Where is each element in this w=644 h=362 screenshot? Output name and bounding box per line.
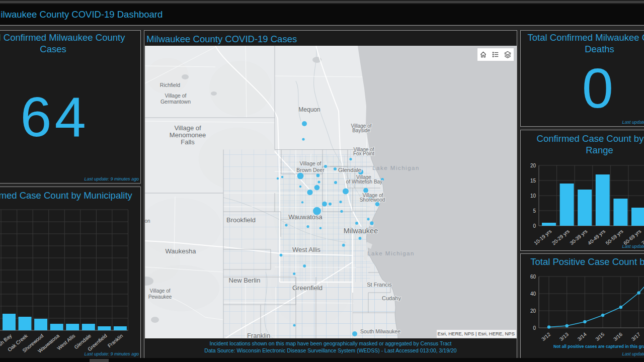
svg-text:Fox Point: Fox Point [353,151,374,156]
svg-text:Franklin: Franklin [247,332,270,338]
svg-text:Brown Deer: Brown Deer [296,167,325,173]
svg-text:5: 5 [533,208,536,214]
svg-text:15: 15 [530,178,536,184]
svg-text:3/14: 3/14 [577,331,588,342]
svg-text:20-29 yrs: 20-29 yrs [551,228,571,246]
svg-text:0: 0 [533,223,536,229]
svg-text:10: 10 [530,193,536,199]
svg-text:50-59 yrs: 50-59 yrs [605,228,624,246]
svg-text:Germantown: Germantown [160,99,191,105]
svg-text:Greenfield: Greenfield [292,284,323,292]
svg-text:3/16: 3/16 [612,331,623,342]
svg-text:Village of: Village of [165,93,186,99]
svg-text:3/13: 3/13 [558,331,570,342]
svg-text:20: 20 [530,163,536,168]
svg-text:3/12: 3/12 [540,331,551,342]
svg-text:Glendale: Glendale [338,167,361,173]
svg-text:Mequon: Mequon [298,106,320,113]
svg-text:Bayside: Bayside [352,128,370,133]
svg-text:3/15: 3/15 [594,331,605,342]
svg-text:Lake Michigan: Lake Michigan [372,165,420,171]
svg-text:Cudahy: Cudahy [382,295,401,301]
svg-text:Richfield: Richfield [160,82,180,88]
svg-text:40: 40 [530,291,536,297]
svg-text:Wauwatosa: Wauwatosa [288,213,323,221]
svg-text:60: 60 [530,274,536,280]
svg-text:Milwaukee: Milwaukee [344,227,378,235]
svg-text:20: 20 [530,308,536,314]
svg-text:30-39 yrs: 30-39 yrs [569,228,588,246]
svg-text:Menomonee: Menomonee [170,131,206,139]
svg-text:Franklin: Franklin [107,333,124,348]
svg-text:Pewaukee: Pewaukee [148,294,172,300]
svg-text:South Milwaukee: South Milwaukee [360,328,400,334]
svg-text:3/17: 3/17 [630,331,641,342]
svg-text:St Francis: St Francis [367,282,392,288]
svg-text:10-19 yrs: 10-19 yrs [533,228,552,246]
svg-text:West Allis: West Allis [292,246,321,253]
svg-text:on: on [145,218,150,224]
svg-text:Village of: Village of [150,288,171,294]
svg-text:Village of: Village of [299,160,321,166]
svg-text:Lake Michigan: Lake Michigan [367,250,415,256]
svg-text:Waukesha: Waukesha [166,247,197,255]
svg-text:40-49 yrs: 40-49 yrs [587,228,606,246]
svg-text:0: 0 [533,325,536,331]
svg-text:Village of: Village of [174,124,201,132]
svg-text:New Berlin: New Berlin [229,277,261,284]
svg-text:Brookfield: Brookfield [226,216,256,224]
svg-text:of Whitefish Bay: of Whitefish Bay [346,179,382,185]
svg-text:Falls: Falls [181,138,195,146]
svg-text:Shorewood: Shorewood [360,197,385,203]
